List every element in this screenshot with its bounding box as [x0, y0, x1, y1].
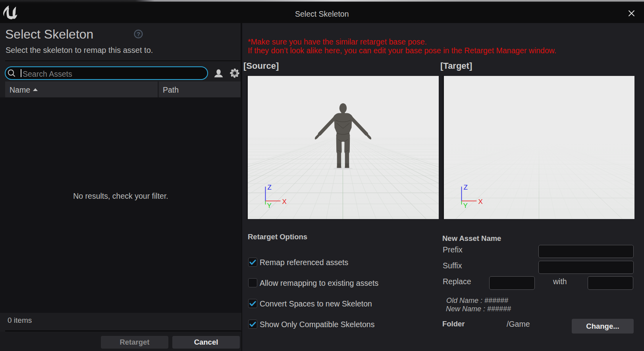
svg-text:Y: Y — [463, 202, 468, 209]
svg-text:Z: Z — [464, 184, 468, 191]
svg-text:?: ? — [137, 31, 140, 37]
svg-text:X: X — [478, 198, 483, 206]
svg-text:Y: Y — [267, 202, 272, 209]
svg-text:X: X — [282, 198, 287, 206]
svg-text:Z: Z — [268, 184, 272, 191]
